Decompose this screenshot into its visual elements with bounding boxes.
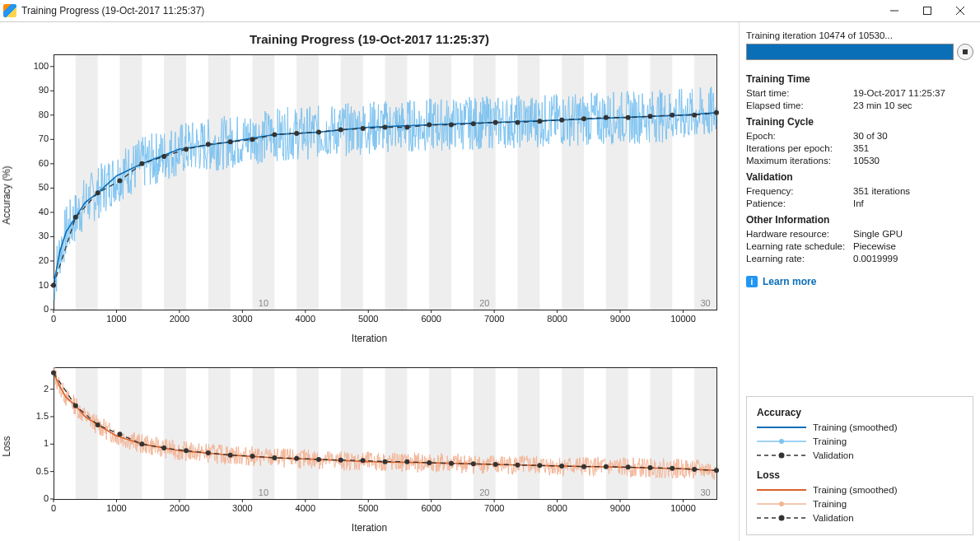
svg-point-13 xyxy=(779,515,785,521)
maximize-button[interactable] xyxy=(911,1,944,21)
svg-point-8 xyxy=(779,453,785,459)
maxit-label: Maximum iterations: xyxy=(746,154,853,166)
freq-label: Frequency: xyxy=(746,184,853,197)
legend-accuracy-heading: Accuracy xyxy=(757,407,963,418)
status-text: Training iteration 10474 of 10530... xyxy=(746,30,973,40)
elapsed-value: 23 min 10 sec xyxy=(853,99,973,111)
legend-acc-validation-swatch xyxy=(757,450,806,461)
minimize-button[interactable] xyxy=(878,1,911,21)
legend-loss-validation-swatch xyxy=(757,512,806,524)
accuracy-canvas xyxy=(8,46,725,334)
start-time-label: Start time: xyxy=(746,86,853,99)
app-icon xyxy=(3,4,16,17)
chart-title: Training Progress (19-Oct-2017 11:25:37) xyxy=(8,32,730,46)
training-time-heading: Training Time xyxy=(746,73,973,85)
ipe-label: Iterations per epoch: xyxy=(746,142,853,154)
learn-more-row: i Learn more xyxy=(746,276,973,287)
legend-acc-smoothed-swatch xyxy=(757,422,806,433)
stop-button[interactable] xyxy=(957,44,973,60)
window-title: Training Progress (19-Oct-2017 11:25:37) xyxy=(21,5,878,16)
epoch-label: Epoch: xyxy=(746,129,853,142)
maxit-value: 10530 xyxy=(853,154,973,166)
svg-point-6 xyxy=(779,439,784,444)
start-time-value: 19-Oct-2017 11:25:37 xyxy=(853,86,973,99)
hw-value: Single GPU xyxy=(853,227,973,240)
training-cycle-heading: Training Cycle xyxy=(746,116,973,128)
lr-label: Learning rate: xyxy=(746,252,853,264)
loss-canvas xyxy=(8,359,725,524)
validation-heading: Validation xyxy=(746,171,973,183)
epoch-value: 30 of 30 xyxy=(853,129,973,142)
progress-bar xyxy=(746,44,954,60)
loss-xlabel: Iteration xyxy=(8,522,730,534)
legend-loss-smoothed-swatch xyxy=(757,484,806,496)
stop-icon xyxy=(963,49,968,54)
accuracy-xlabel: Iteration xyxy=(8,333,730,344)
window-titlebar: Training Progress (19-Oct-2017 11:25:37) xyxy=(0,0,980,22)
close-button[interactable] xyxy=(944,1,977,21)
lrs-value: Piecewise xyxy=(853,240,973,252)
learn-more-link[interactable]: Learn more xyxy=(763,276,816,287)
svg-point-11 xyxy=(779,501,784,506)
svg-rect-1 xyxy=(924,7,931,15)
hw-label: Hardware resource: xyxy=(746,227,853,240)
loss-ylabel: Loss xyxy=(1,436,12,456)
legend-loss-training-swatch xyxy=(757,498,806,510)
legend-acc-training-swatch xyxy=(757,436,806,447)
accuracy-ylabel: Accuracy (%) xyxy=(1,166,12,224)
charts-panel: Training Progress (19-Oct-2017 11:25:37)… xyxy=(0,22,739,541)
loss-chart: Loss Iteration xyxy=(8,359,730,534)
info-panel: Training iteration 10474 of 10530... Tra… xyxy=(739,22,980,541)
lr-value: 0.0019999 xyxy=(853,252,973,264)
patience-value: Inf xyxy=(853,197,973,209)
ipe-value: 351 xyxy=(853,142,973,154)
lrs-label: Learning rate schedule: xyxy=(746,240,853,252)
info-icon: i xyxy=(746,276,758,287)
legend-box: Accuracy Training (smoothed) Training Va… xyxy=(746,396,973,535)
accuracy-chart: Accuracy (%) Iteration xyxy=(8,46,730,344)
elapsed-label: Elapsed time: xyxy=(746,99,853,111)
patience-label: Patience: xyxy=(746,197,853,209)
freq-value: 351 iterations xyxy=(853,184,973,197)
other-heading: Other Information xyxy=(746,214,973,226)
